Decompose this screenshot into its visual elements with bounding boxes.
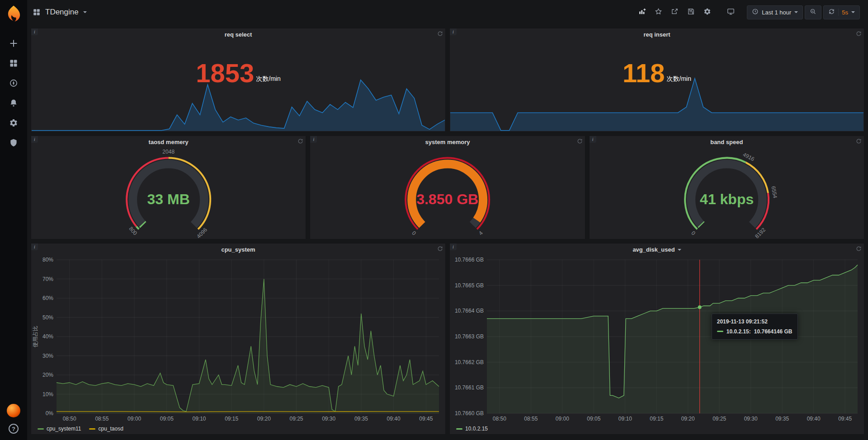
panel-loading-icon [437, 246, 443, 252]
add-panel-icon [638, 8, 646, 17]
panel-info-icon[interactable]: i [310, 136, 317, 143]
panel-title[interactable]: cpu_system [31, 243, 445, 255]
svg-text:30%: 30% [42, 353, 53, 359]
apps-grid-icon [33, 8, 41, 16]
series-name: cpu_system11 [47, 426, 81, 432]
series-name: cpu_taosd [98, 426, 123, 432]
svg-text:3.850 GB: 3.850 GB [417, 191, 479, 207]
info-glyph: i [592, 137, 594, 142]
tooltip-series-value: 10.7664146 GB [754, 328, 793, 336]
star-button[interactable] [651, 5, 665, 19]
graph-tooltip: 2019-11-13 09:21:52 10.0.2.15: 10.766414… [712, 314, 798, 340]
dashboard-title-button[interactable]: TDengine [33, 8, 87, 17]
tooltip-time: 2019-11-13 09:21:52 [717, 318, 793, 326]
clock-icon [752, 8, 759, 16]
svg-text:10.7662 GB: 10.7662 GB [455, 359, 484, 365]
legend-item-cpu-taosd[interactable]: cpu_taosd [89, 426, 123, 432]
sidebar-item-configuration[interactable] [0, 114, 27, 134]
tooltip-series-row: 10.0.2.15: 10.7664146 GB [717, 328, 793, 336]
svg-text:09:20: 09:20 [257, 416, 271, 422]
svg-text:0: 0 [411, 230, 418, 237]
series-color-dash [38, 428, 44, 430]
cycle-view-button[interactable] [723, 5, 738, 19]
sidebar-bottom: ? [7, 404, 20, 434]
graph-legend: cpu_system11 cpu_taosd [31, 423, 445, 434]
panel-title[interactable]: req select [31, 28, 445, 40]
svg-text:09:45: 09:45 [838, 416, 852, 422]
zoom-out-button[interactable] [805, 5, 821, 19]
panel-info-icon[interactable]: i [31, 136, 38, 143]
panel-info-icon[interactable]: i [31, 243, 38, 250]
legend-item-cpu-system11[interactable]: cpu_system11 [38, 426, 81, 432]
share-button[interactable] [667, 5, 682, 19]
tooltip-series-name: 10.0.2.15: [726, 328, 751, 336]
sidebar-item-server-admin[interactable] [0, 134, 27, 154]
series-name: 10.0.2.15 [465, 426, 488, 432]
avg-disk-used-graph[interactable]: 10.7660 GB10.7661 GB10.7662 GB10.7663 GB… [450, 255, 864, 423]
legend-item-10-0-2-15[interactable]: 10.0.2.15 [456, 426, 488, 432]
panel-title[interactable]: req insert [450, 28, 864, 40]
svg-text:09:00: 09:00 [127, 416, 141, 422]
svg-text:使用占比: 使用占比 [32, 326, 38, 347]
panel-info-icon[interactable]: i [590, 136, 596, 143]
monitor-icon [727, 8, 735, 17]
svg-text:10.7660 GB: 10.7660 GB [455, 410, 484, 417]
panel-title[interactable]: system memory [310, 136, 585, 148]
panel-taosd-memory: i taosd memery 0802048409633 MB [31, 136, 306, 239]
svg-text:10%: 10% [42, 391, 53, 398]
panel-title-text: system memory [425, 139, 470, 145]
svg-text:09:40: 09:40 [807, 416, 821, 422]
svg-text:09:05: 09:05 [160, 416, 174, 422]
cpu-system-graph[interactable]: 0%10%20%30%40%50%60%70%80%08:5008:5509:0… [31, 255, 445, 423]
panel-info-icon[interactable]: i [450, 243, 457, 250]
add-panel-button[interactable] [635, 5, 649, 19]
save-icon [687, 8, 695, 17]
panel-info-icon[interactable]: i [31, 28, 38, 35]
panel-system-memory: i system memory 043.850 GB [310, 136, 585, 239]
refresh-button[interactable]: 5s [823, 5, 860, 19]
save-button[interactable] [684, 5, 698, 19]
svg-text:2048: 2048 [162, 149, 175, 155]
panel-title[interactable]: taosd memery [31, 136, 306, 148]
dashboard-settings-button[interactable] [700, 5, 714, 19]
caret-down-icon [851, 11, 855, 15]
panel-body: 0%10%20%30%40%50%60%70%80%08:5008:5509:0… [31, 255, 445, 434]
req-select-value: 1853 [196, 60, 254, 86]
panel-loading-icon [577, 138, 583, 144]
panel-body: 1853 次数/min [31, 40, 445, 131]
svg-text:09:20: 09:20 [681, 416, 695, 422]
plus-icon [9, 39, 18, 50]
main-area: TDengine [27, 0, 868, 440]
svg-text:50%: 50% [42, 314, 53, 321]
svg-text:09:45: 09:45 [419, 416, 433, 422]
grafana-logo[interactable] [5, 5, 23, 23]
panel-info-icon[interactable]: i [450, 28, 457, 35]
panel-title[interactable]: avg_disk_used [450, 243, 864, 255]
panel-req-select: i req select 1853 次数/min [31, 28, 446, 132]
svg-text:09:00: 09:00 [556, 416, 569, 422]
gear-icon [703, 8, 711, 17]
system-memory-gauge: 043.850 GB [310, 148, 585, 239]
dashboard-row-2: i taosd memery 0802048409633 MB i system… [31, 136, 864, 239]
panel-avg-disk-used: i avg_disk_used 10.7660 GB10.7661 GB10.7… [449, 243, 864, 435]
panel-loading-icon [856, 138, 862, 144]
sidebar-item-alerting[interactable] [0, 94, 27, 114]
dashboard-title: TDengine [45, 8, 79, 17]
sidebar-item-create[interactable] [0, 34, 27, 54]
time-range-picker[interactable]: Last 1 hour [747, 5, 803, 19]
svg-text:70%: 70% [42, 276, 53, 282]
sidebar-item-dashboards[interactable] [0, 54, 27, 74]
user-avatar[interactable] [7, 404, 20, 417]
dashboard-row-1: i req select 1853 次数/min i req insert [31, 28, 864, 132]
svg-text:09:15: 09:15 [225, 416, 238, 422]
help-button[interactable]: ? [9, 424, 19, 434]
share-icon [671, 8, 679, 17]
svg-text:80%: 80% [42, 257, 53, 263]
req-insert-value: 118 [623, 60, 665, 86]
time-range-label: Last 1 hour [762, 9, 791, 16]
caret-down-icon [794, 11, 798, 15]
panel-title[interactable]: band speed [590, 136, 864, 148]
sidebar-item-explore[interactable] [0, 74, 27, 94]
series-color-dash [717, 331, 723, 332]
svg-text:09:25: 09:25 [712, 416, 726, 422]
